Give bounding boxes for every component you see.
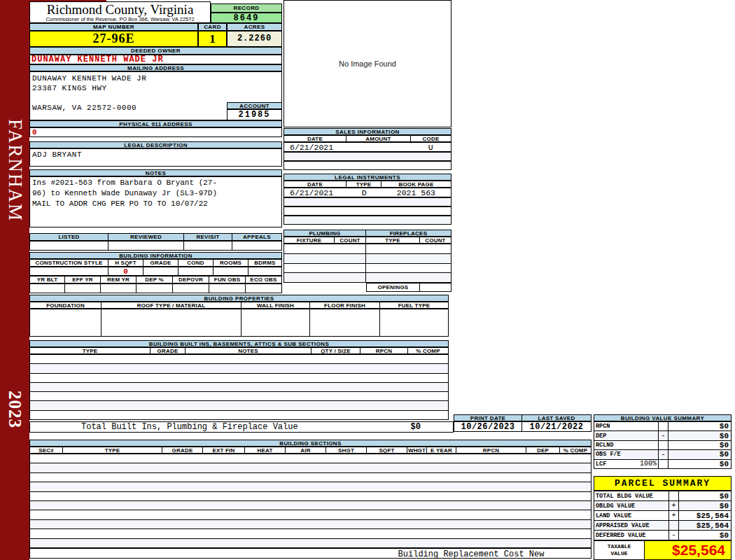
bvs-row: RPCN $0 [594, 422, 731, 431]
instruments-row-3 [284, 206, 451, 216]
empty-row [30, 374, 448, 383]
parcel-label: DEFERRED VALUE [594, 531, 669, 540]
print-date-value: 10/26/2023 [454, 421, 522, 432]
taxable-value-row: TAXABLE VALUE $25,564 [594, 540, 732, 560]
fireplace-type-header: TYPE [366, 237, 420, 244]
district-label: FARNHAM [4, 119, 26, 238]
bvs-row: LCF100% $0 [594, 460, 731, 468]
account-label: ACCOUNT [227, 102, 282, 109]
notes-line-3: MAIL TO ADDR CHG PER PO TO TO 10/07/22 [32, 200, 208, 208]
parcel-value: $0 [679, 491, 731, 500]
instruments-row-2 [284, 197, 451, 206]
built-ins-total-row: Total Built Ins, Plumbing & Fireplace Va… [29, 421, 454, 433]
building-value-summary-title: BUILDING VALUE SUMMARY [594, 414, 732, 421]
bvs-value: $0 [668, 450, 731, 458]
review-value-row [29, 241, 282, 251]
fireplace-count-header: COUNT [420, 237, 451, 244]
eff-yr-header: EFF YR [65, 276, 101, 284]
floor-finish-header: FLOOR FINISH [310, 302, 380, 309]
rpcn-header: RPCN [456, 447, 526, 454]
notes-block: Ins #2021-563 from Barbara O Bryant (27-… [29, 176, 282, 227]
foundation-header: FOUNDATION [29, 302, 102, 309]
map-number-label: MAP NUMBER [29, 23, 198, 31]
parcel-label: OBLDG VALUE [594, 501, 669, 510]
fuel-type-header: FUEL TYPE [380, 302, 449, 309]
roof-type-value [102, 309, 241, 336]
wall-finish-header: WALL FINISH [241, 302, 310, 309]
empty-row [30, 463, 591, 472]
empty-row [30, 529, 591, 538]
parcel-op: + [669, 501, 679, 510]
building-properties-title: BUILDING PROPERTIES [29, 295, 449, 302]
building-sections-footer-row: Building Replacement Cost New [29, 548, 592, 559]
shgt-header: SHGT [326, 447, 367, 454]
acres-value: 2.2260 [227, 31, 282, 47]
sales-code-value: U [411, 143, 451, 152]
bvs-op: - [659, 431, 668, 440]
notes-line-2: 96) to Kenneth Wade Dunaway Jr (SL3-97D) [32, 189, 217, 197]
map-number-value: 27-96E [29, 31, 198, 47]
parcel-row: TOTAL BLDG VALUE $0 [594, 491, 731, 501]
wall-finish-value [241, 309, 310, 336]
openings-row: OPENINGS [366, 283, 451, 292]
parcel-value: $0 [679, 501, 731, 510]
instrument-date-value: 6/21/2021 [284, 188, 346, 197]
h-sqft-header: H SQFT [108, 259, 144, 267]
yr-blt-header: YR BLT [29, 276, 65, 284]
builtins-type-header: TYPE [29, 347, 150, 354]
county-title-block: Richmond County, Virginia Commissioner o… [29, 1, 211, 23]
reviewed-header: REVIEWED [108, 233, 184, 241]
print-info-headers: PRINT DATE LAST SAVED [454, 414, 592, 421]
instruments-header-row: DATE TYPE BOOK PAGE [284, 181, 451, 188]
empty-row [30, 383, 448, 392]
bvs-value: $0 [668, 422, 731, 430]
bvs-label: OBS F/E [596, 451, 621, 458]
builtins-grade-header: GRADE [150, 347, 186, 354]
depovr-header: DEPOVR [173, 276, 209, 284]
depovr-value [173, 284, 209, 293]
eyear-header: E YEAR [427, 447, 456, 454]
mailing-line-2: 23387 KINGS HWY [32, 84, 107, 92]
property-photo-placeholder: No Image Found [284, 0, 451, 127]
empty-row [30, 364, 448, 373]
bdrms-value [248, 267, 281, 275]
parcel-row: LAND VALUE + $25,564 [594, 511, 731, 521]
fireplaces-title: FIREPLACES [366, 230, 451, 237]
floor-finish-value [310, 309, 380, 336]
county-title: Richmond County, Virginia [30, 3, 210, 16]
reviewed-value [108, 241, 184, 250]
built-ins-title: BUILDING BUILT INS, BASEMENTS, ATTICS & … [29, 340, 449, 347]
building-sections-rows [29, 454, 592, 548]
dep-pct-value [136, 284, 173, 293]
parcel-op [669, 491, 679, 500]
no-image-text: No Image Found [339, 59, 396, 68]
bvs-value: $0 [668, 441, 731, 449]
bvs-label: LCF [596, 461, 606, 468]
physical-911-label: PHYSICAL 911 ADDRESS [29, 120, 282, 127]
rooms-value [214, 267, 248, 275]
air-header: AIR [286, 447, 326, 454]
empty-row [30, 473, 591, 482]
whgt-header: WHGT [407, 447, 427, 454]
building-properties-header-row: FOUNDATION ROOF TYPE / MATERIAL WALL FIN… [29, 302, 449, 309]
built-ins-total-value: $0 [411, 422, 453, 432]
foundation-value [30, 309, 102, 336]
year-label: 2023 [5, 391, 24, 447]
empty-row [30, 492, 591, 501]
building-sections-header-row: SEC# TYPE GRADE EXT FIN HEAT AIR SHGT SQ… [29, 447, 592, 454]
building-information-header-row-1: CONSTRUCTION STYLE H SQFT GRADE COND ROO… [29, 259, 282, 267]
building-information-value-row-2 [29, 284, 282, 293]
parcel-op: + [669, 511, 679, 520]
construction-style-value [30, 267, 108, 275]
fun-obs-header: FUN OBS [209, 276, 246, 284]
sales-row-3 [284, 161, 451, 170]
builtins-qty-header: QTY / SIZE [312, 347, 360, 354]
record-label: RECORD [211, 4, 282, 13]
instrument-bookpage-value: 2021 563 [382, 188, 451, 197]
instrument-type-header: TYPE [346, 181, 382, 188]
instruments-row-1: 6/21/2021 D 2021 563 [284, 188, 451, 197]
construction-style-header: CONSTRUCTION STYLE [29, 259, 108, 267]
built-ins-rows [29, 354, 449, 420]
sales-information-title: SALES INFORMATION [284, 128, 451, 135]
last-saved-label: LAST SAVED [522, 414, 592, 421]
